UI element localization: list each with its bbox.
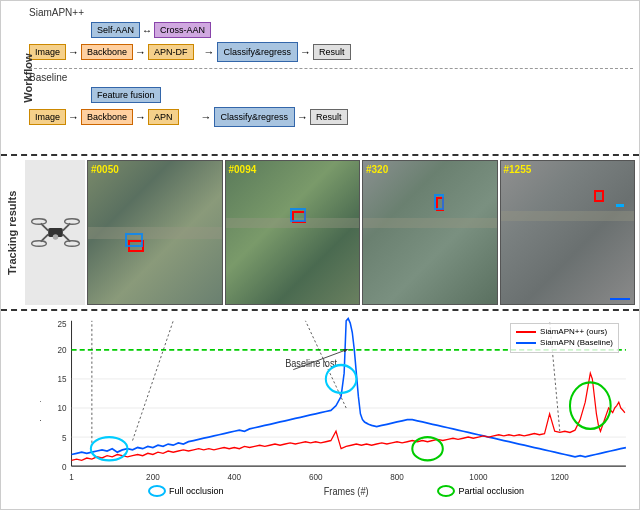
arr: → (68, 46, 79, 58)
legend-siamapn-plus: SiamAPN++ (ours) (516, 327, 613, 336)
image-box-2: Image (29, 109, 66, 125)
svg-point-5 (31, 219, 46, 225)
svg-point-9 (52, 234, 58, 240)
frame-1255: #1255 (500, 160, 636, 305)
result-2: Result (310, 109, 348, 125)
svg-text:600: 600 (309, 472, 323, 483)
svg-text:15: 15 (57, 374, 66, 385)
arr: → (300, 46, 311, 58)
siamapn-subsection: SiamAPN++ Self-AAN ↔ Cross-AAN Image → B… (29, 7, 633, 62)
frame-number-0050: #0050 (91, 164, 119, 175)
arr: → (297, 111, 308, 123)
frame-number-0320: #320 (366, 164, 388, 175)
arr: → (135, 46, 146, 58)
classify-regress-1: Classify&regress (217, 42, 299, 62)
frame-number-1255: #1255 (504, 164, 532, 175)
self-aan-box: Self-AAN (91, 22, 140, 38)
occlusion-labels: Full occlusion Partial occlusion (41, 485, 631, 497)
red-line-legend (516, 331, 536, 333)
svg-text:25: 25 (57, 318, 66, 329)
svg-text:20: 20 (57, 345, 66, 356)
chart-section: Center location error 0 5 10 15 20 25 (1, 311, 639, 509)
chart-area: 0 5 10 15 20 25 1 200 400 600 800 1000 (41, 315, 631, 501)
svg-text:1: 1 (69, 472, 74, 483)
svg-text:400: 400 (228, 472, 242, 483)
tracking-section: Tracking results (1, 156, 639, 311)
apn-box: APN (148, 109, 179, 125)
svg-text:800: 800 (390, 472, 404, 483)
frame-number-0094: #0094 (229, 164, 257, 175)
arr: → (204, 46, 215, 58)
svg-text:1200: 1200 (551, 472, 569, 483)
svg-text:0: 0 (62, 461, 67, 472)
tracking-images: #0050 #0094 #320 (23, 156, 639, 309)
workflow-content: SiamAPN++ Self-AAN ↔ Cross-AAN Image → B… (29, 5, 633, 129)
workflow-label: Workflow (22, 53, 34, 102)
blue-line-legend (516, 342, 536, 344)
svg-text:1000: 1000 (469, 472, 487, 483)
baseline-subsection: Baseline Feature fusion Image → Backbone… (29, 72, 633, 127)
backbone-box-1: Backbone (81, 44, 133, 60)
arr: → (68, 111, 79, 123)
arrow1: ↔ (142, 25, 152, 36)
svg-text:200: 200 (146, 472, 160, 483)
svg-text:Baseline lost: Baseline lost (285, 358, 337, 370)
partial-occlusion-item: Partial occlusion (437, 485, 524, 497)
feature-fusion-box: Feature fusion (91, 87, 161, 103)
partial-occlusion-icon (437, 485, 455, 497)
svg-text:10: 10 (57, 403, 66, 414)
main-container: Workflow SiamAPN++ Self-AAN ↔ Cross-AAN … (0, 0, 640, 510)
frame-0094: #0094 (225, 160, 361, 305)
chart-legend: SiamAPN++ (ours) SiamAPN (Baseline) (510, 323, 619, 353)
siamapn-label: SiamAPN++ (29, 7, 633, 18)
backbone-box-2: Backbone (81, 109, 133, 125)
arr: → (135, 111, 146, 123)
image-box-1: Image (29, 44, 66, 60)
cross-aan-box: Cross-AAN (154, 22, 211, 38)
section-divider (29, 68, 633, 69)
legend-siamapn-baseline: SiamAPN (Baseline) (516, 338, 613, 347)
svg-point-6 (64, 219, 79, 225)
partial-occlusion-label: Partial occlusion (458, 486, 524, 496)
full-occlusion-item: Full occlusion (148, 485, 224, 497)
result-1: Result (313, 44, 351, 60)
frame-0320: #320 (362, 160, 498, 305)
arr: → (201, 111, 212, 123)
workflow-section: Workflow SiamAPN++ Self-AAN ↔ Cross-AAN … (1, 1, 639, 156)
drone-svg (28, 205, 83, 260)
apn-df-box: APN-DF (148, 44, 194, 60)
svg-text:5: 5 (62, 432, 67, 443)
tracking-label: Tracking results (1, 156, 23, 309)
frame-0050: #0050 (87, 160, 223, 305)
full-occlusion-label: Full occlusion (169, 486, 224, 496)
svg-point-8 (64, 241, 79, 247)
legend-siamapn-baseline-label: SiamAPN (Baseline) (540, 338, 613, 347)
classify-regress-2: Classify&regress (214, 107, 296, 127)
baseline-label: Baseline (29, 72, 633, 83)
drone-image (25, 160, 85, 305)
svg-point-7 (31, 241, 46, 247)
full-occlusion-icon (148, 485, 166, 497)
legend-siamapn-plus-label: SiamAPN++ (ours) (540, 327, 607, 336)
